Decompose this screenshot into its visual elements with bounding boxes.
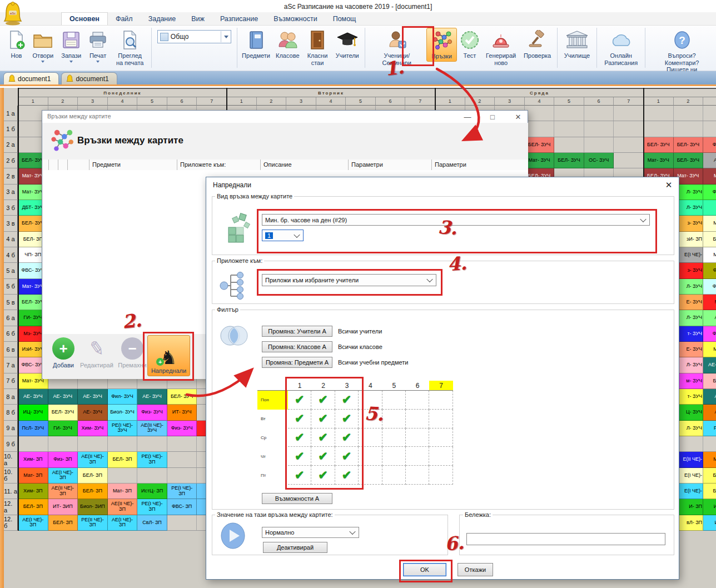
generate-new-button[interactable]: Генерирай ново: [483, 28, 519, 67]
timetable-cell[interactable]: АЕ-: [703, 153, 716, 168]
timetable-cell[interactable]: АЕ(II ЧЕ)- ЗП: [108, 499, 138, 515]
check-grid-col-header[interactable]: 7: [429, 381, 453, 391]
check-grid-cell[interactable]: [359, 410, 382, 428]
timetable-cell[interactable]: БЕЛ- ЗУЧ: [167, 389, 197, 405]
new-button[interactable]: Нов: [5, 28, 28, 61]
timetable-cell[interactable]: Мат- ЗУЧ: [644, 153, 674, 168]
timetable-cell[interactable]: АЕ(I ЧЕ)- ЗП: [48, 468, 78, 484]
timetable-cell[interactable]: ФВС: [703, 279, 716, 295]
timetable-cell[interactable]: БЕЛ- ЗУЧ: [525, 137, 555, 153]
check-grid-row-label[interactable]: Чт: [257, 447, 288, 466]
apply-to-dropdown[interactable]: Приложи към избраните учители: [262, 274, 436, 286]
count-combo[interactable]: 1: [262, 230, 304, 241]
check-grid-cell[interactable]: [382, 466, 406, 485]
timetable-cell[interactable]: БЕЛ: [703, 373, 716, 389]
check-grid-cell[interactable]: ✔: [311, 466, 335, 485]
classes-button[interactable]: Класове: [273, 28, 302, 61]
check-grid-cell[interactable]: [359, 428, 382, 447]
check-grid-cell[interactable]: [382, 447, 406, 466]
check-grid-cell[interactable]: [382, 391, 406, 410]
check-grid-cell[interactable]: ✔: [335, 391, 359, 410]
check-grid-cell[interactable]: ✔: [311, 428, 335, 447]
timetable-cell[interactable]: БЕЛ- ЗП: [48, 515, 78, 531]
timetable-cell[interactable]: АЕ- ЗУЧ: [18, 389, 48, 405]
timetable-cell[interactable]: Мат: [703, 216, 716, 231]
questions-comments-button[interactable]: ? Въпроси? Коментари? Пишете ни: [648, 28, 715, 74]
check-grid-cell[interactable]: [406, 466, 429, 485]
close-button[interactable]: ✕: [662, 180, 675, 191]
timetable-cell[interactable]: Биол- ЗИП: [78, 499, 108, 515]
tab-zadanie[interactable]: Задание: [141, 13, 184, 25]
check-grid-cell[interactable]: ✔: [311, 410, 335, 428]
timetable-cell[interactable]: ОС- ЗУЧ: [584, 153, 614, 168]
timetable-cell[interactable]: БЕЛ: [703, 232, 716, 247]
check-grid-cell[interactable]: ✔: [288, 428, 311, 447]
open-button[interactable]: Отвори: [29, 28, 57, 64]
print-preview-button[interactable]: Преглед на печата: [112, 28, 148, 67]
timetable-cell[interactable]: ФрЕ: [703, 263, 716, 278]
timetable-cell[interactable]: БЕЛ- ЗУЧ: [674, 153, 704, 168]
check-grid-cell[interactable]: ✔: [335, 466, 359, 485]
maximize-button[interactable]: □: [484, 112, 501, 122]
asc-bell-logo-icon[interactable]: aSc: [2, 1, 23, 26]
timetable-cell[interactable]: АЕ- ЗУЧ: [703, 357, 716, 373]
timetable-cell[interactable]: АЕ: [703, 310, 716, 326]
check-grid-cell[interactable]: [359, 466, 382, 485]
timetable-cell[interactable]: ФВС: [703, 137, 716, 153]
list-column-description[interactable]: Описание: [260, 160, 348, 170]
timetable-cell[interactable]: ИТ- ЗУЧ: [167, 405, 197, 420]
timetable-cell[interactable]: Хим- ЗП: [18, 484, 48, 499]
doc-tab-2[interactable]: document1: [61, 72, 117, 84]
timetable-cell[interactable]: ГИ- ЗУЧ: [48, 421, 78, 436]
timetable-cell[interactable]: РЕ(I ЧЕ)- ЗП: [167, 484, 197, 499]
timetable-cell[interactable]: Физ- ЗУЧ: [167, 421, 197, 436]
dialog-titlebar[interactable]: Връзки между картите — □ ✕: [42, 111, 528, 123]
check-grid-cell[interactable]: [429, 447, 453, 466]
timetable-cell[interactable]: РЕ(: [703, 421, 716, 436]
tab-osnoven[interactable]: Основен: [61, 12, 108, 25]
deactivate-button[interactable]: Деактивирай: [263, 542, 327, 553]
timetable-cell[interactable]: АЕ- ЗУЧ: [137, 389, 167, 405]
tab-fail[interactable]: Файл: [108, 13, 141, 25]
timetable-cell[interactable]: БЕЛ- ЗУЧ: [48, 405, 78, 420]
check-grid-cell[interactable]: [382, 428, 406, 447]
combo-dropdown-arrow-icon[interactable]: [221, 31, 231, 42]
timetable-cell[interactable]: Биол- ЗУЧ: [108, 405, 138, 420]
students-seminars-button[interactable]: Ученици/Семинари: [368, 28, 425, 67]
tab-vizh[interactable]: Виж: [183, 13, 212, 25]
change-classes-button[interactable]: Промяна: Класове А: [262, 341, 332, 352]
check-grid-cell[interactable]: [359, 447, 382, 466]
timetable-cell[interactable]: Хим- ЗУЧ: [78, 421, 108, 436]
list-column-parameters[interactable]: Параметри: [348, 160, 431, 170]
timetable-cell[interactable]: ИстЦ- ЗП: [137, 484, 167, 499]
check-grid-cell[interactable]: [429, 428, 453, 447]
check-grid-cell[interactable]: ✔: [288, 410, 311, 428]
doc-tab-1[interactable]: document1: [3, 72, 59, 84]
relation-type-dropdown[interactable]: Мин. бр. часове на ден (#29): [262, 214, 650, 226]
check-grid-cell[interactable]: [406, 447, 429, 466]
timetable-cell[interactable]: ФВС: [703, 185, 716, 200]
links-button[interactable]: Връзки: [426, 28, 457, 62]
list-column-subjects[interactable]: Предмети: [89, 160, 177, 170]
timetable-cell[interactable]: ИЦ- ЗУЧ: [18, 405, 48, 420]
timetable-cell[interactable]: АЕ(I ЧЕ)- ЗП: [18, 515, 48, 531]
check-button[interactable]: Проверка: [520, 28, 554, 61]
timetable-cell[interactable]: ФВС- ЗП: [167, 499, 197, 515]
timetable-cell[interactable]: БЕЛ- ЗУЧ: [554, 153, 584, 168]
check-grid-row-label[interactable]: Ср: [257, 428, 288, 447]
timetable-cell[interactable]: ИТ: [703, 515, 716, 531]
timetable-cell[interactable]: АЕ(II ЧЕ)- ЗП: [78, 452, 108, 467]
timetable-cell[interactable]: СвЛ- ЗП: [137, 515, 167, 531]
check-grid-cell[interactable]: [406, 391, 429, 410]
timetable-cell[interactable]: БЕЛ: [703, 468, 716, 484]
check-grid-cell[interactable]: [406, 428, 429, 447]
timetable-cell[interactable]: БЕЛ- ЗП: [78, 484, 108, 499]
list-column-apply-to[interactable]: Приложете към:: [177, 160, 260, 170]
meaning-dropdown[interactable]: Нормално: [262, 527, 359, 538]
school-button[interactable]: Училище: [560, 28, 594, 61]
open-dropdown-arrow-icon[interactable]: [41, 61, 44, 63]
timetable-cell[interactable]: Физ- ЗП: [48, 452, 78, 467]
minimize-button[interactable]: —: [459, 112, 476, 122]
check-grid-cell[interactable]: [382, 410, 406, 428]
tab-pomosht[interactable]: Помощ: [325, 13, 364, 25]
